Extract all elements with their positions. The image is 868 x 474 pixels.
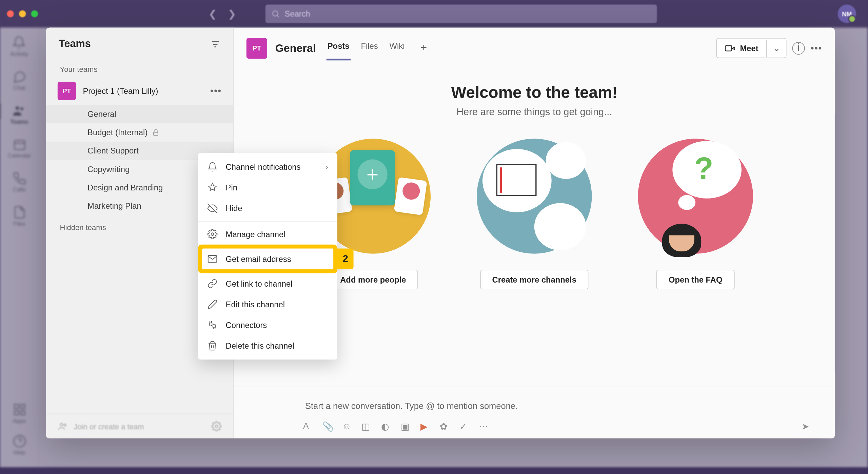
welcome-subtitle: Here are some things to get going... [257,106,812,118]
people-icon [58,421,68,432]
menu-pin[interactable]: Pin [198,177,337,198]
tab-posts[interactable]: Posts [326,36,351,60]
gear-icon [207,229,218,240]
tab-wiki[interactable]: Wiki [388,36,406,60]
mail-icon [207,254,218,264]
svg-point-17 [64,424,66,426]
lock-icon [152,129,160,136]
link-icon [207,279,218,289]
menu-manage-channel[interactable]: Manage channel [198,224,337,245]
create-more-channels-button[interactable]: Create more channels [480,270,589,289]
svg-rect-22 [208,255,217,262]
card-create-channels: Create more channels [477,139,592,289]
edit-icon [207,299,218,310]
format-icon[interactable]: A [303,421,313,432]
meet-button[interactable]: Meet ⌄ [716,38,787,58]
meet-now-icon[interactable]: ▣ [401,421,411,432]
approvals-icon[interactable]: ✓ [459,421,470,432]
channel-title: General [275,42,316,54]
welcome-title: Welcome to the team! [257,83,812,102]
composer-input[interactable]: Start a new conversation. Type @ to ment… [303,396,812,421]
menu-delete-channel[interactable]: Delete this channel [198,335,337,356]
channel-budget[interactable]: Budget (Internal) [46,123,233,141]
channel-header: PT General Posts Files Wiki ＋ Meet ⌄ i •… [234,28,835,61]
attach-icon[interactable]: 📎 [322,421,333,432]
svg-point-21 [211,233,214,235]
channel-tabs: Posts Files Wiki ＋ [326,36,432,60]
more-apps-icon[interactable]: ⋯ [479,421,490,432]
gear-icon[interactable] [211,421,222,432]
menu-hide[interactable]: Hide [198,198,337,219]
illustration-open-faq: ? [638,139,753,254]
menu-edit-channel[interactable]: Edit this channel [198,294,337,315]
trash-icon [207,341,218,351]
channel-general[interactable]: General [46,105,233,123]
meet-chevron[interactable]: ⌄ [767,39,786,58]
sticker-icon[interactable]: ◐ [381,421,392,432]
video-icon [725,44,735,52]
add-more-people-button[interactable]: Add more people [328,270,418,289]
praise-icon[interactable]: ✿ [440,421,450,432]
menu-connectors[interactable]: Connectors [198,315,337,335]
team-avatar: PT [58,82,76,100]
channel-context-menu: Channel notifications › Pin Hide Manage … [198,153,337,360]
bell-icon [207,162,218,172]
gif-icon[interactable]: ◫ [361,421,372,432]
svg-rect-19 [726,45,732,50]
sidebar-title: Teams [59,38,210,50]
eye-off-icon [207,203,218,213]
open-faq-button[interactable]: Open the FAQ [656,270,734,289]
channel-avatar: PT [246,38,267,58]
info-icon[interactable]: i [792,42,805,54]
menu-channel-notifications[interactable]: Channel notifications › [198,157,337,177]
send-icon[interactable]: ➤ [802,421,812,432]
team-name: Project 1 (Team Lilly) [83,86,203,96]
callout-badge-2: 2 [337,249,354,269]
tab-files[interactable]: Files [360,36,379,60]
composer: Start a new conversation. Type @ to ment… [234,387,835,438]
join-create-team[interactable]: Join or create a team [46,414,233,438]
illustration-create-channels [477,139,592,254]
svg-point-16 [60,423,63,426]
svg-marker-20 [732,47,735,49]
header-more-icon[interactable]: ••• [811,43,822,54]
pin-icon [207,182,218,193]
teams-panel: Teams Your teams PT Project 1 (Team Lill… [46,28,835,438]
add-tab-button[interactable]: ＋ [415,36,432,60]
your-teams-label: Your teams [46,58,233,77]
filter-icon[interactable] [210,39,221,49]
svg-point-18 [215,425,218,428]
team-more-icon[interactable]: ••• [210,86,222,96]
menu-get-email-address[interactable]: Get email address 2 [202,249,333,269]
svg-rect-15 [154,132,158,135]
card-open-faq: ? Open the FAQ [638,139,753,289]
composer-toolbar: A 📎 ☺ ◫ ◐ ▣ ▶ ✿ ✓ ⋯ ➤ [303,421,812,432]
menu-get-link[interactable]: Get link to channel [198,273,337,294]
team-row[interactable]: PT Project 1 (Team Lilly) ••• [46,77,233,105]
connector-icon [207,320,218,330]
stream-icon[interactable]: ▶ [420,421,431,432]
menu-separator [198,221,337,222]
emoji-icon[interactable]: ☺ [342,421,353,432]
chevron-right-icon: › [326,162,328,171]
